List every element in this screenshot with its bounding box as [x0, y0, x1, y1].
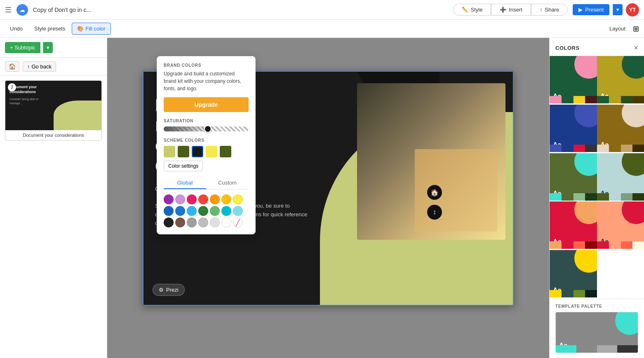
scheme-swatches [164, 146, 249, 157]
toolbar: Undo Style presets 🎨 Fill color Layout ⊞ [0, 20, 644, 38]
palette-card-7[interactable]: Aa [550, 201, 597, 249]
tab-custom[interactable]: Custom [206, 177, 249, 189]
color-light-purple[interactable] [175, 194, 185, 204]
color-amber[interactable] [221, 194, 231, 204]
topbar-tabs: ✏️ Style ➕ Insert ↑ Share [453, 4, 568, 16]
palette-card-1[interactable]: Aa [550, 56, 597, 103]
share-icon: ↑ [540, 7, 543, 13]
present-button[interactable]: ▶ Present [573, 4, 609, 15]
layout-grid-icon: ⊞ [633, 24, 639, 33]
present-dropdown-button[interactable]: ▾ [613, 4, 623, 15]
palette-card-6[interactable]: Aa [597, 153, 644, 201]
canvas-area[interactable]: Document yourconsiderations Consider c..… [107, 38, 549, 358]
color-popup: BRAND COLORS Upgrade and build a customi… [157, 56, 256, 234]
layout-button[interactable]: Layout [605, 23, 630, 34]
color-purple[interactable] [164, 194, 174, 204]
palette-card-8[interactable]: Aa [597, 201, 644, 249]
color-dark-green[interactable] [198, 206, 208, 216]
insert-icon: ➕ [500, 7, 506, 13]
main-layout: + Subtopic ▾ 🏠 ↑ Go back 7 Document your… [0, 38, 644, 358]
fill-color-button[interactable]: 🎨 Fill color [72, 23, 110, 35]
color-yellow[interactable] [233, 194, 243, 204]
color-brown[interactable] [175, 218, 185, 227]
slide-thumb-canvas: 7 Document yourconsiderations Consider b… [5, 81, 101, 130]
subtopic-bar: + Subtopic ▾ [0, 38, 107, 58]
app-logo: ☁ [16, 4, 28, 16]
template-palette-card[interactable]: Aa [555, 312, 638, 353]
template-palette-label: TEMPLATE PALETTE [555, 304, 638, 309]
toolbar-right: Layout ⊞ [605, 23, 639, 34]
color-grid: ╱ [164, 194, 249, 227]
color-blue[interactable] [175, 206, 185, 216]
slide-thumbnail[interactable]: 7 Document yourconsiderations Consider b… [5, 80, 102, 140]
style-icon: ✏️ [462, 7, 468, 13]
scheme-swatch-4[interactable] [206, 146, 217, 157]
color-light-teal[interactable] [233, 206, 243, 216]
palette-card-5[interactable]: Aa [550, 153, 597, 201]
color-pink[interactable] [187, 194, 197, 204]
go-back-button[interactable]: ↑ Go back [23, 61, 56, 72]
saturation-slider[interactable] [164, 126, 249, 131]
upgrade-button[interactable]: Upgrade [164, 97, 249, 112]
topbar: ☰ ☁ Copy of Don't go in c... ✏️ Style ➕ … [0, 0, 644, 20]
document-title: Copy of Don't go in c... [33, 7, 448, 13]
style-presets-button[interactable]: Style presets [29, 23, 70, 34]
back-arrow-icon: ↑ [27, 63, 30, 70]
menu-icon[interactable]: ☰ [5, 5, 12, 14]
right-sidebar: COLORS × Aa Aa [549, 38, 644, 358]
scheme-swatch-2[interactable] [178, 146, 189, 157]
palette-card-9[interactable]: Aa [550, 250, 597, 297]
color-lighter-gray[interactable] [210, 218, 220, 227]
fill-color-icon: 🎨 [77, 26, 84, 32]
color-green[interactable] [210, 206, 220, 216]
color-teal[interactable] [221, 206, 231, 216]
saturation-label: SATURATION [164, 119, 249, 123]
home-button[interactable]: 🏠 [5, 61, 19, 72]
right-sidebar-header: COLORS × [550, 38, 644, 56]
user-avatar[interactable]: YT [626, 3, 639, 16]
left-sidebar: + Subtopic ▾ 🏠 ↑ Go back 7 Document your… [0, 38, 107, 358]
close-panel-button[interactable]: × [634, 44, 638, 52]
palette-card-3[interactable]: Aa [550, 105, 597, 152]
topbar-right: ▶ Present ▾ YT [573, 3, 639, 16]
color-dark-blue[interactable] [164, 206, 174, 216]
tab-share[interactable]: ↑ Share [531, 4, 568, 16]
color-none[interactable]: ╱ [233, 218, 243, 227]
subtopic-button[interactable]: + Subtopic [5, 42, 40, 53]
template-palette-section: TEMPLATE PALETTE Aa [550, 299, 644, 358]
color-tabs: Global Custom [164, 177, 249, 190]
brand-desc: Upgrade and build a customized brand kit… [164, 70, 249, 92]
undo-button[interactable]: Undo [5, 23, 28, 34]
navigation-bar: 🏠 ↑ Go back [0, 58, 107, 75]
colors-panel-title: COLORS [555, 45, 580, 51]
scheme-swatch-1[interactable] [164, 146, 175, 157]
prezi-logo-icon: ⚙ [159, 287, 164, 293]
color-settings-button[interactable]: Color settings [164, 161, 203, 171]
slide-title: Document your considerations [5, 130, 101, 140]
prezi-watermark: ⚙ Prezi [153, 284, 185, 296]
brand-colors-title: BRAND COLORS [164, 63, 249, 68]
palette-card-4[interactable]: Aa [597, 105, 644, 152]
color-black[interactable] [164, 218, 174, 227]
tab-global[interactable]: Global [164, 177, 206, 189]
tab-insert[interactable]: ➕ Insert [491, 4, 531, 16]
color-gray[interactable] [187, 218, 197, 227]
palette-card-2[interactable]: Aa [597, 56, 644, 103]
scheme-swatch-3[interactable] [192, 146, 203, 157]
subtopic-dropdown-button[interactable]: ▾ [43, 42, 53, 53]
tab-style[interactable]: ✏️ Style [453, 4, 491, 16]
scheme-colors-label: SCHEME COLORS [164, 138, 249, 143]
palette-grid: Aa Aa Aa [550, 56, 644, 299]
color-light-blue[interactable] [187, 206, 197, 216]
color-red[interactable] [198, 194, 208, 204]
color-white[interactable] [221, 218, 231, 227]
color-orange[interactable] [210, 194, 220, 204]
scheme-swatch-5[interactable] [220, 146, 231, 157]
color-light-gray[interactable] [198, 218, 208, 227]
play-icon: ▶ [578, 7, 583, 13]
